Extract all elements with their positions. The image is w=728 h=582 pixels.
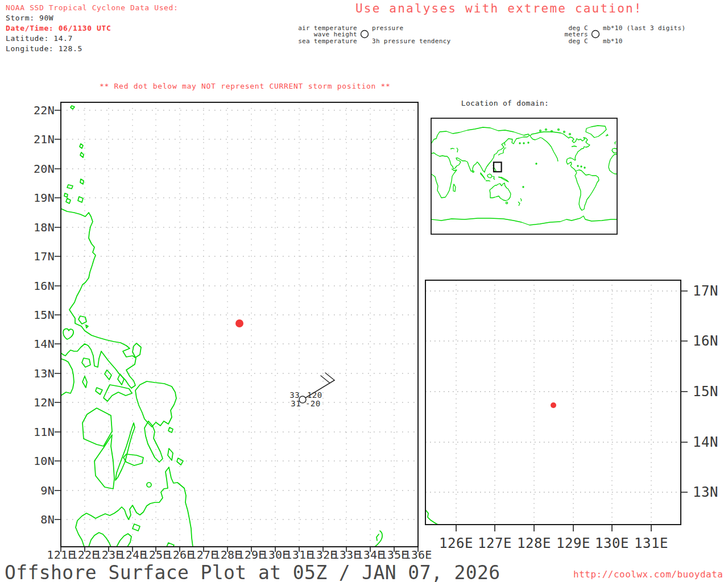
station-air-temp: 33 (277, 391, 300, 400)
zoom-map-coastline (425, 510, 439, 525)
zoom-y-label: 16N (693, 334, 718, 348)
main-y-label: 19N (16, 192, 55, 203)
main-y-label: 14N (16, 338, 55, 350)
zoom-storm-dot (551, 402, 556, 408)
zoom-x-label: 130E (589, 537, 635, 550)
legend-station-circle-left (361, 31, 369, 38)
legend-sea-temp-label: sea temperature (255, 38, 357, 44)
world-coastlines (431, 126, 617, 225)
main-map-ticks (55, 110, 418, 552)
main-y-label: 9N (16, 485, 55, 496)
legend-tendency-label: 3h pressure tendency (372, 38, 450, 44)
storm-latitude-line: Latitude: 14.7 (6, 34, 178, 44)
zoom-x-label: 128E (511, 537, 557, 550)
main-y-label: 13N (16, 368, 55, 379)
storm-longitude-line: Longitude: 128.5 (6, 44, 178, 54)
main-y-label: 16N (16, 280, 55, 292)
storm-id-line: Storm: 90W (6, 13, 178, 23)
storm-datetime-line: Date/Time: 06/1130 UTC (6, 23, 178, 34)
main-y-label: 22N (16, 105, 55, 116)
main-y-label: 20N (16, 163, 55, 174)
coastlines (61, 106, 382, 549)
zoom-map-grid (425, 280, 681, 525)
main-y-label: 8N (16, 514, 55, 525)
storm-dot (235, 319, 243, 327)
main-y-label: 11N (16, 426, 55, 438)
zoom-y-label: 15N (693, 385, 718, 398)
source-url-link[interactable]: http://coolwx.com/buoydata (573, 569, 723, 580)
world-inset-title: Location of domain: (448, 98, 562, 109)
zoom-x-label: 127E (472, 537, 518, 550)
main-y-label: 10N (16, 455, 55, 467)
main-y-label: 21N (16, 134, 55, 145)
main-x-label: 136E (398, 549, 438, 560)
caution-banner: Use analyses with extreme caution! (355, 2, 640, 15)
main-y-label: 17N (16, 251, 55, 262)
storm-position-note: ** Red dot below may NOT represent CURRE… (100, 82, 391, 90)
legend-pressure-units: mb*10 (last 3 digits) (603, 25, 685, 31)
world-inset-map (431, 118, 617, 234)
station-pressure-tendency: -20 (305, 400, 321, 408)
zoom-map (425, 280, 688, 531)
legend-pressure-label: pressure (372, 25, 403, 31)
station-pressure: 120 (307, 391, 322, 400)
zoom-x-label: 131E (628, 537, 674, 550)
world-inset-border (431, 118, 617, 234)
plot-title: Offshore Surface Plot at 05Z / JAN 07, 2… (5, 563, 500, 582)
zoom-y-label: 13N (693, 485, 718, 499)
main-y-label: 15N (16, 309, 55, 321)
legend-station-circle-right (592, 31, 599, 38)
legend-wave-height-label: wave height (255, 31, 357, 38)
station-sea-temp: 31 (278, 400, 301, 408)
domain-box (494, 163, 502, 172)
main-y-label: 18N (16, 222, 55, 233)
legend-tendency-units: mb*10 (603, 38, 623, 44)
storm-info-block: NOAA SSD Tropical Cyclone Data Used: Sto… (6, 3, 178, 54)
legend-sea-temp-units: deg C (503, 38, 588, 44)
main-map (55, 102, 418, 552)
zoom-y-label: 14N (693, 435, 718, 449)
noaa-data-line: NOAA SSD Tropical Cyclone Data Used: (6, 3, 178, 13)
zoom-map-border (425, 280, 681, 525)
zoom-map-ticks (456, 291, 688, 531)
main-y-label: 12N (16, 397, 55, 408)
buoy-plot-page: NOAA SSD Tropical Cyclone Data Used: Sto… (0, 0, 728, 582)
legend-wave-height-units: meters (503, 31, 588, 38)
zoom-y-label: 17N (693, 284, 718, 298)
